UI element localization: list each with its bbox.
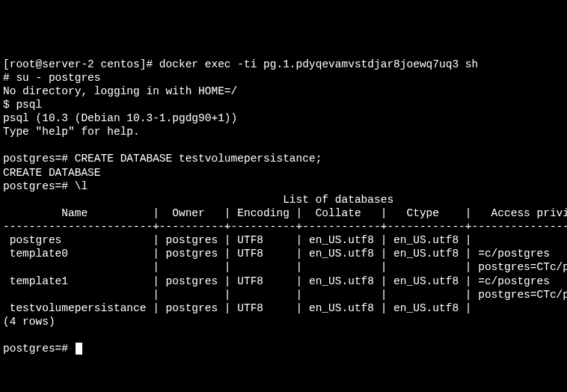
table-row: postgres | postgres | UTF8 | en_US.utf8 … (3, 234, 478, 246)
shell-prompt: [root@server-2 centos]# (3, 58, 159, 70)
table-row: | | | | | postgres=CTc/postgres (3, 289, 567, 301)
table-row: | | | | | postgres=CTc/postgres (3, 261, 567, 273)
table-row: template1 | postgres | UTF8 | en_US.utf8… (3, 275, 567, 287)
command-text: su - postgres (16, 72, 100, 84)
table-header: Name | Owner | Encoding | Collate | Ctyp… (3, 207, 567, 219)
row-count: (4 rows) (3, 316, 55, 328)
shell-prompt: # (3, 72, 16, 84)
psql-prompt: postgres=# (3, 180, 75, 192)
command-text: \l (75, 180, 88, 192)
table-row: template0 | postgres | UTF8 | en_US.utf8… (3, 248, 567, 260)
output-line: Type "help" for help. (3, 126, 140, 138)
shell-prompt: $ (3, 99, 16, 111)
output-line: psql (10.3 (Debian 10.3-1.pgdg90+1)) (3, 112, 237, 124)
command-text: CREATE DATABASE testvolumepersistance; (75, 153, 322, 165)
cursor-icon (76, 343, 82, 355)
psql-prompt: postgres=# (3, 153, 75, 165)
table-title: List of databases (3, 194, 393, 206)
output-line: CREATE DATABASE (3, 167, 101, 179)
terminal-output[interactable]: [root@server-2 centos]# docker exec -ti … (3, 58, 564, 356)
command-text: psql (16, 99, 42, 111)
command-text: docker exec -ti pg.1.pdyqevamvstdjar8joe… (159, 58, 478, 70)
table-divider: -----------------------+----------+-----… (3, 221, 567, 233)
table-row: testvolumepersistance | postgres | UTF8 … (3, 302, 478, 314)
output-line: No directory, logging in with HOME=/ (3, 85, 237, 97)
psql-prompt: postgres=# (3, 343, 75, 355)
